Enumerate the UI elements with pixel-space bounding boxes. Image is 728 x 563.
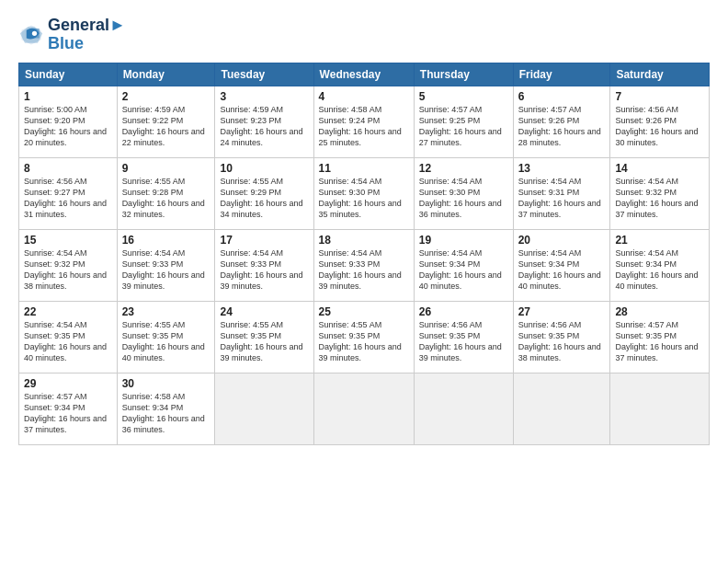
day-number: 1 [24,90,112,103]
day-number: 4 [319,90,409,103]
cell-info: Sunrise: 4:54 AMSunset: 9:34 PMDaylight:… [615,247,704,293]
day-number: 24 [220,305,308,318]
calendar-cell [313,373,414,444]
cell-info: Sunrise: 4:54 AMSunset: 9:33 PMDaylight:… [220,247,308,293]
calendar-cell: 5Sunrise: 4:57 AMSunset: 9:25 PMDaylight… [414,86,513,157]
col-header-friday: Friday [513,63,610,86]
calendar-cell: 1Sunrise: 5:00 AMSunset: 9:20 PMDaylight… [19,86,118,157]
calendar-cell [215,373,313,444]
calendar-cell [414,373,513,444]
calendar-cell: 2Sunrise: 4:59 AMSunset: 9:22 PMDaylight… [117,86,215,157]
calendar-cell: 4Sunrise: 4:58 AMSunset: 9:24 PMDaylight… [313,86,414,157]
day-number: 29 [24,377,112,390]
day-number: 21 [615,234,704,247]
calendar-cell: 12Sunrise: 4:54 AMSunset: 9:30 PMDayligh… [414,157,513,229]
calendar-cell: 24Sunrise: 4:55 AMSunset: 9:35 PMDayligh… [215,301,313,373]
day-number: 27 [518,305,606,318]
calendar-cell [610,373,710,444]
day-number: 5 [419,90,508,103]
cell-info: Sunrise: 4:56 AMSunset: 9:26 PMDaylight:… [615,104,704,149]
calendar-cell: 30Sunrise: 4:58 AMSunset: 9:34 PMDayligh… [117,373,215,444]
cell-info: Sunrise: 4:59 AMSunset: 9:23 PMDaylight:… [220,104,308,149]
cell-info: Sunrise: 4:54 AMSunset: 9:30 PMDaylight:… [419,176,508,221]
day-number: 6 [518,90,606,103]
day-number: 14 [615,162,704,175]
day-number: 12 [419,162,508,175]
day-number: 18 [319,234,409,247]
col-header-sunday: Sunday [19,63,118,86]
cell-info: Sunrise: 4:56 AMSunset: 9:35 PMDaylight:… [518,319,606,364]
calendar-cell: 11Sunrise: 4:54 AMSunset: 9:30 PMDayligh… [313,157,414,229]
calendar-cell: 28Sunrise: 4:57 AMSunset: 9:35 PMDayligh… [610,301,710,373]
cell-info: Sunrise: 4:54 AMSunset: 9:30 PMDaylight:… [319,176,409,221]
cell-info: Sunrise: 4:54 AMSunset: 9:32 PMDaylight:… [24,247,112,293]
day-number: 11 [319,162,409,175]
day-number: 16 [122,234,210,247]
cell-info: Sunrise: 4:57 AMSunset: 9:26 PMDaylight:… [518,104,606,149]
calendar-cell: 13Sunrise: 4:54 AMSunset: 9:31 PMDayligh… [513,157,610,229]
calendar-cell: 27Sunrise: 4:56 AMSunset: 9:35 PMDayligh… [513,301,610,373]
cell-info: Sunrise: 4:58 AMSunset: 9:24 PMDaylight:… [319,104,409,149]
cell-info: Sunrise: 4:57 AMSunset: 9:25 PMDaylight:… [419,104,508,149]
calendar-cell [513,373,610,444]
day-number: 17 [220,234,308,247]
calendar-cell: 25Sunrise: 4:55 AMSunset: 9:35 PMDayligh… [313,301,414,373]
day-number: 20 [518,234,606,247]
cell-info: Sunrise: 4:54 AMSunset: 9:33 PMDaylight:… [122,247,210,293]
col-header-saturday: Saturday [610,63,710,86]
header: General► Blue [18,17,710,53]
day-number: 25 [319,305,409,318]
calendar-cell: 18Sunrise: 4:54 AMSunset: 9:33 PMDayligh… [313,229,414,301]
cell-info: Sunrise: 4:56 AMSunset: 9:35 PMDaylight:… [419,319,508,364]
calendar-cell: 15Sunrise: 4:54 AMSunset: 9:32 PMDayligh… [19,229,118,301]
calendar-cell: 10Sunrise: 4:55 AMSunset: 9:29 PMDayligh… [215,157,313,229]
day-number: 19 [419,234,508,247]
cell-info: Sunrise: 4:54 AMSunset: 9:35 PMDaylight:… [24,319,112,364]
calendar-cell: 6Sunrise: 4:57 AMSunset: 9:26 PMDaylight… [513,86,610,157]
calendar-cell: 14Sunrise: 4:54 AMSunset: 9:32 PMDayligh… [610,157,710,229]
cell-info: Sunrise: 4:55 AMSunset: 9:35 PMDaylight:… [122,319,210,364]
cell-info: Sunrise: 4:55 AMSunset: 9:35 PMDaylight:… [220,319,308,364]
day-number: 23 [122,305,210,318]
calendar-cell: 3Sunrise: 4:59 AMSunset: 9:23 PMDaylight… [215,86,313,157]
day-number: 8 [24,162,112,175]
logo-icon [18,22,44,48]
cell-info: Sunrise: 5:00 AMSunset: 9:20 PMDaylight:… [24,104,112,149]
day-number: 7 [615,90,704,103]
day-number: 13 [518,162,606,175]
calendar-cell: 17Sunrise: 4:54 AMSunset: 9:33 PMDayligh… [215,229,313,301]
day-number: 15 [24,234,112,247]
calendar-cell: 16Sunrise: 4:54 AMSunset: 9:33 PMDayligh… [117,229,215,301]
cell-info: Sunrise: 4:58 AMSunset: 9:34 PMDaylight:… [122,391,210,436]
day-number: 30 [122,377,210,390]
calendar-cell: 19Sunrise: 4:54 AMSunset: 9:34 PMDayligh… [414,229,513,301]
day-number: 2 [122,90,210,103]
cell-info: Sunrise: 4:57 AMSunset: 9:35 PMDaylight:… [615,319,704,364]
cell-info: Sunrise: 4:59 AMSunset: 9:22 PMDaylight:… [122,104,210,149]
day-number: 26 [419,305,508,318]
cell-info: Sunrise: 4:54 AMSunset: 9:33 PMDaylight:… [319,247,409,293]
calendar-cell: 26Sunrise: 4:56 AMSunset: 9:35 PMDayligh… [414,301,513,373]
calendar-cell: 22Sunrise: 4:54 AMSunset: 9:35 PMDayligh… [19,301,118,373]
cell-info: Sunrise: 4:54 AMSunset: 9:34 PMDaylight:… [518,247,606,293]
calendar-cell: 23Sunrise: 4:55 AMSunset: 9:35 PMDayligh… [117,301,215,373]
cell-info: Sunrise: 4:54 AMSunset: 9:34 PMDaylight:… [419,247,508,293]
calendar-cell: 8Sunrise: 4:56 AMSunset: 9:27 PMDaylight… [19,157,118,229]
svg-point-2 [32,30,37,35]
col-header-thursday: Thursday [414,63,513,86]
col-header-tuesday: Tuesday [215,63,313,86]
day-number: 22 [24,305,112,318]
cell-info: Sunrise: 4:54 AMSunset: 9:31 PMDaylight:… [518,176,606,221]
calendar-cell: 29Sunrise: 4:57 AMSunset: 9:34 PMDayligh… [19,373,118,444]
calendar-cell: 7Sunrise: 4:56 AMSunset: 9:26 PMDaylight… [610,86,710,157]
cell-info: Sunrise: 4:55 AMSunset: 9:29 PMDaylight:… [220,176,308,221]
cell-info: Sunrise: 4:56 AMSunset: 9:27 PMDaylight:… [24,176,112,221]
day-number: 10 [220,162,308,175]
calendar-cell: 20Sunrise: 4:54 AMSunset: 9:34 PMDayligh… [513,229,610,301]
cell-info: Sunrise: 4:54 AMSunset: 9:32 PMDaylight:… [615,176,704,221]
logo-text: General► Blue [48,17,126,53]
col-header-monday: Monday [117,63,215,86]
day-number: 3 [220,90,308,103]
col-header-wednesday: Wednesday [313,63,414,86]
day-number: 9 [122,162,210,175]
